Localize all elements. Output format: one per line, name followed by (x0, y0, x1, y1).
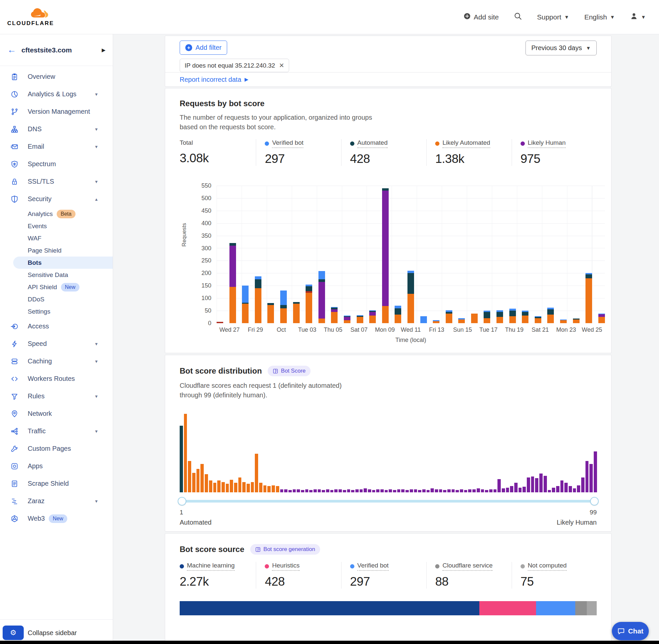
source-segment-verified-bot[interactable] (536, 601, 575, 615)
histogram-bar[interactable] (556, 486, 560, 492)
sidebar-item-analytics-logs[interactable]: Analytics & Logs▾ (0, 86, 113, 103)
histogram-bar[interactable] (452, 489, 455, 493)
histogram-bar[interactable] (334, 489, 337, 493)
histogram-bar[interactable] (443, 490, 446, 492)
histogram-bar[interactable] (427, 490, 430, 492)
histogram-bar[interactable] (338, 489, 342, 493)
sidebar-item-workers-routes[interactable]: Workers Routes (0, 370, 113, 388)
sidebar-item-zaraz[interactable]: Zaraz▾ (0, 492, 113, 510)
histogram-bar[interactable] (389, 489, 392, 493)
histogram-bar[interactable] (267, 486, 270, 492)
histogram-bar[interactable] (201, 464, 204, 492)
request-bar[interactable] (496, 310, 503, 323)
histogram-bar[interactable] (401, 489, 404, 493)
histogram-bar[interactable] (246, 484, 250, 492)
histogram-bar[interactable] (481, 489, 484, 493)
sidebar-item-apps[interactable]: Apps (0, 457, 113, 475)
sidebar-item-rules[interactable]: Rules▾ (0, 388, 113, 405)
date-range-dropdown[interactable]: Previous 30 days ▼ (525, 41, 597, 55)
histogram-bar[interactable] (522, 487, 526, 492)
sidebar-item-sensitive-data[interactable]: Sensitive Data (0, 269, 113, 281)
histogram-bar[interactable] (435, 489, 438, 493)
sidebar-item-overview[interactable]: Overview (0, 68, 113, 86)
sidebar-item-version-management[interactable]: Version Management (0, 103, 113, 120)
request-bar[interactable] (433, 320, 440, 323)
request-bar[interactable] (598, 314, 605, 323)
histogram-bar[interactable] (234, 483, 237, 492)
source-segment-heuristics[interactable] (479, 601, 536, 615)
slider-handle-max[interactable] (590, 497, 599, 506)
histogram-bar[interactable] (544, 476, 547, 492)
close-icon[interactable]: ✕ (279, 62, 284, 69)
cloudflare-logo[interactable]: CLOUDFLARE (7, 7, 57, 27)
histogram-bar[interactable] (460, 489, 463, 493)
sidebar-item-spectrum[interactable]: Spectrum (0, 155, 113, 173)
histogram-bar[interactable] (586, 461, 589, 492)
sidebar-item-scrape-shield[interactable]: Scrape Shield (0, 475, 113, 492)
histogram-bar[interactable] (569, 486, 572, 492)
histogram-bar[interactable] (414, 489, 417, 493)
sidebar-item-access[interactable]: Access (0, 318, 113, 335)
sidebar-item-speed[interactable]: Speed▾ (0, 335, 113, 352)
sidebar-item-waf[interactable]: WAF (0, 232, 113, 244)
sidebar-item-bots[interactable]: Bots (13, 256, 113, 269)
histogram-bar[interactable] (560, 480, 564, 492)
histogram-bar[interactable] (351, 490, 354, 492)
histogram-bar[interactable] (180, 426, 183, 492)
request-bar[interactable] (319, 271, 325, 323)
histogram-bar[interactable] (455, 490, 459, 492)
settings-gear-button[interactable]: ⚙ (3, 625, 24, 640)
sidebar-item-email[interactable]: Email▾ (0, 138, 113, 155)
histogram-bar[interactable] (322, 490, 325, 492)
histogram-bar[interactable] (276, 486, 279, 492)
report-incorrect-data-link[interactable]: Report incorrect data ▶ (180, 76, 248, 84)
histogram-bar[interactable] (397, 489, 401, 493)
sidebar-item-settings[interactable]: Settings (0, 305, 113, 318)
request-bar[interactable] (484, 310, 490, 323)
request-bar[interactable] (280, 291, 287, 323)
histogram-bar[interactable] (477, 488, 480, 492)
request-bar[interactable] (255, 276, 261, 323)
histogram-bar[interactable] (355, 489, 359, 493)
sidebar-item-network[interactable]: Network (0, 405, 113, 422)
histogram-bar[interactable] (468, 489, 471, 493)
histogram-bar[interactable] (272, 485, 275, 492)
histogram-bar[interactable] (226, 484, 229, 492)
account-menu[interactable]: ▼ (630, 12, 646, 22)
histogram-bar[interactable] (418, 490, 421, 492)
histogram-bar[interactable] (410, 489, 413, 493)
histogram-bar[interactable] (380, 489, 384, 493)
bot-score-badge[interactable]: Bot Score (268, 366, 310, 376)
histogram-bar[interactable] (297, 489, 300, 493)
histogram-bar[interactable] (385, 490, 388, 492)
request-bar[interactable] (369, 310, 376, 323)
histogram-bar[interactable] (209, 480, 212, 492)
histogram-bar[interactable] (494, 489, 497, 493)
sidebar-item-api-shield[interactable]: API ShieldNew (0, 281, 113, 293)
sidebar-item-ddos[interactable]: DDoS (0, 293, 113, 305)
histogram-bar[interactable] (259, 483, 262, 492)
request-bar[interactable] (586, 273, 592, 323)
histogram-bar[interactable] (422, 489, 426, 493)
sidebar-item-custom-pages[interactable]: Custom Pages (0, 440, 113, 457)
histogram-bar[interactable] (405, 490, 409, 492)
source-segment-machine-learning[interactable] (180, 601, 479, 615)
histogram-bar[interactable] (184, 414, 187, 492)
histogram-bar[interactable] (502, 488, 505, 492)
histogram-bar[interactable] (594, 452, 597, 492)
sidebar-item-web3[interactable]: Web3New (0, 510, 113, 527)
histogram-bar[interactable] (263, 485, 267, 492)
back-arrow-icon[interactable]: ← (7, 45, 16, 55)
sidebar-item-analytics[interactable]: AnalyticsBeta (0, 208, 113, 220)
request-bar[interactable] (230, 243, 236, 323)
histogram-bar[interactable] (372, 490, 376, 492)
request-bar[interactable] (407, 271, 414, 323)
request-bar[interactable] (573, 319, 580, 323)
histogram-bar[interactable] (238, 478, 242, 492)
request-bar[interactable] (535, 316, 541, 323)
histogram-bar[interactable] (573, 488, 576, 492)
filter-chip[interactable]: IP does not equal 35.212.240.32 ✕ (180, 59, 289, 72)
histogram-bar[interactable] (288, 490, 292, 492)
histogram-bar[interactable] (221, 482, 225, 492)
add-filter-button[interactable]: + Add filter (180, 41, 227, 55)
